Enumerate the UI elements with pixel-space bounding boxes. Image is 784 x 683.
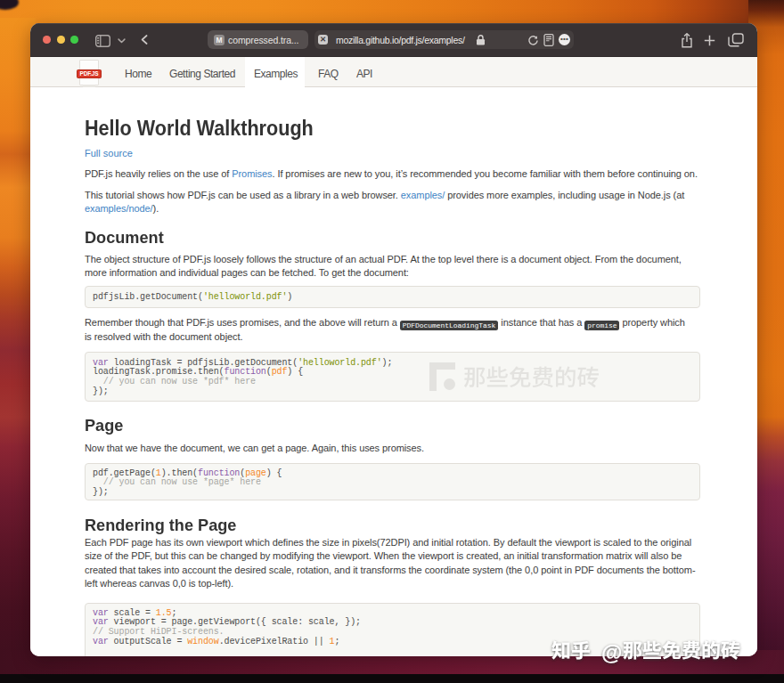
svg-text:@: @ — [601, 640, 622, 664]
